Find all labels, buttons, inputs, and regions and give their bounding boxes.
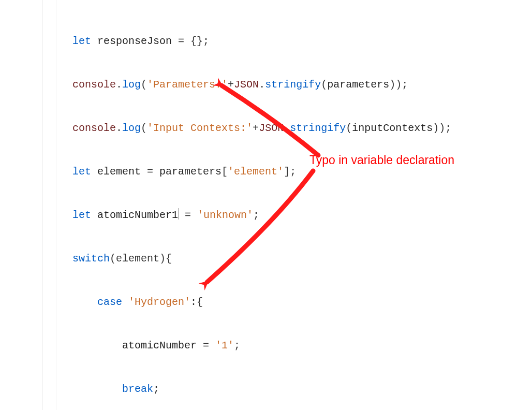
code-editor-viewport: let responseJson = {}; console.log('Para… — [0, 0, 532, 410]
annotation-arrow-icon — [0, 0, 532, 410]
